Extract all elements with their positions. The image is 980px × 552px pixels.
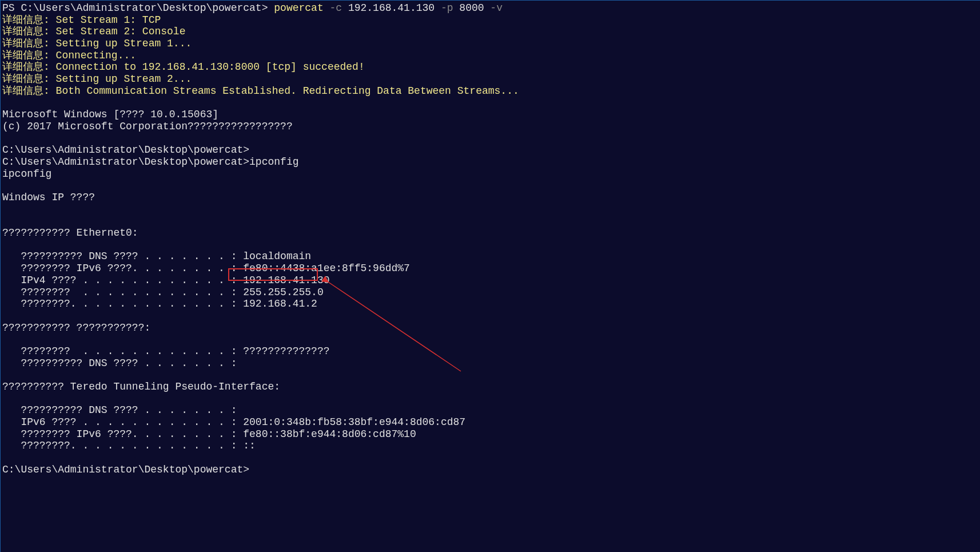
eth0-subnet-mask: ???????? . . . . . . . . . . . . : 255.2…	[2, 287, 978, 299]
cmd-prompt: C:\Users\Administrator\Desktop\powercat>	[2, 144, 978, 156]
blank-line	[2, 333, 978, 346]
blank-line	[2, 97, 978, 109]
teredo-gateway: ????????. . . . . . . . . . . . . : ::	[2, 440, 978, 452]
blank-line	[2, 239, 978, 251]
verbose-line: 详细信息: Set Stream 2: Console	[2, 26, 978, 38]
eth0-dns-suffix: ?????????? DNS ???? . . . . . . . : loca…	[2, 251, 978, 263]
tunnel-media-state: ???????? . . . . . . . . . . . . : ?????…	[2, 346, 978, 358]
verbose-line: 详细信息: Both Communication Streams Establi…	[2, 85, 978, 97]
verbose-line: 详细信息: Connection to 192.168.41.130:8000 …	[2, 61, 978, 73]
blank-line	[2, 393, 978, 405]
blank-line	[2, 452, 978, 464]
blank-line	[2, 215, 978, 227]
arg-ip: 192.168.41.130	[348, 2, 441, 14]
teredo-link-local-ipv6: ???????? IPv6 ????. . . . . . . . : fe80…	[2, 428, 978, 440]
powercat-cmd: powercat	[274, 2, 329, 14]
blank-line	[2, 204, 978, 216]
verbose-line: 详细信息: Connecting...	[2, 50, 978, 62]
adapter-teredo: ?????????? Teredo Tunneling Pseudo-Inter…	[2, 381, 978, 393]
flag-p: -p	[441, 2, 459, 14]
windows-copyright: (c) 2017 Microsoft Corporation??????????…	[2, 121, 978, 133]
blank-line	[2, 180, 978, 192]
ipv4-highlight-box	[228, 268, 318, 281]
ipconfig-echo: ipconfig	[2, 168, 978, 180]
eth0-link-local-ipv6: ???????? IPv6 ????. . . . . . . . : fe80…	[2, 263, 978, 275]
eth0-ipv4: IPv4 ???? . . . . . . . . . . . . : 192.…	[2, 275, 978, 287]
blank-line	[2, 310, 978, 322]
blank-line	[2, 133, 978, 145]
final-prompt: C:\Users\Administrator\Desktop\powercat>	[2, 464, 978, 476]
arg-port: 8000	[459, 2, 490, 14]
eth0-gateway: ????????. . . . . . . . . . . . . : 192.…	[2, 298, 978, 310]
adapter-ethernet0: ??????????? Ethernet0:	[2, 227, 978, 239]
ipconfig-header: Windows IP ????	[2, 192, 978, 204]
verbose-line: 详细信息: Setting up Stream 1...	[2, 38, 978, 50]
flag-c: -c	[330, 2, 348, 14]
ps-prompt: PS C:\Users\Administrator\Desktop\powerc…	[2, 2, 274, 14]
teredo-ipv6: IPv6 ???? . . . . . . . . . . . . : 2001…	[2, 416, 978, 428]
adapter-tunnel: ??????????? ???????????:	[2, 322, 978, 334]
windows-banner: Microsoft Windows [???? 10.0.15063]	[2, 109, 978, 121]
tunnel-dns-suffix: ?????????? DNS ???? . . . . . . . :	[2, 358, 978, 370]
flag-v: -v	[490, 2, 503, 14]
terminal-output[interactable]: PS C:\Users\Administrator\Desktop\powerc…	[2, 2, 978, 476]
blank-line	[2, 369, 978, 381]
cmd-prompt-ipconfig: C:\Users\Administrator\Desktop\powercat>…	[2, 156, 978, 168]
teredo-dns-suffix: ?????????? DNS ???? . . . . . . . :	[2, 404, 978, 416]
verbose-line: 详细信息: Set Stream 1: TCP	[2, 14, 978, 26]
verbose-line: 详细信息: Setting up Stream 2...	[2, 73, 978, 85]
command-line: PS C:\Users\Administrator\Desktop\powerc…	[2, 2, 978, 14]
